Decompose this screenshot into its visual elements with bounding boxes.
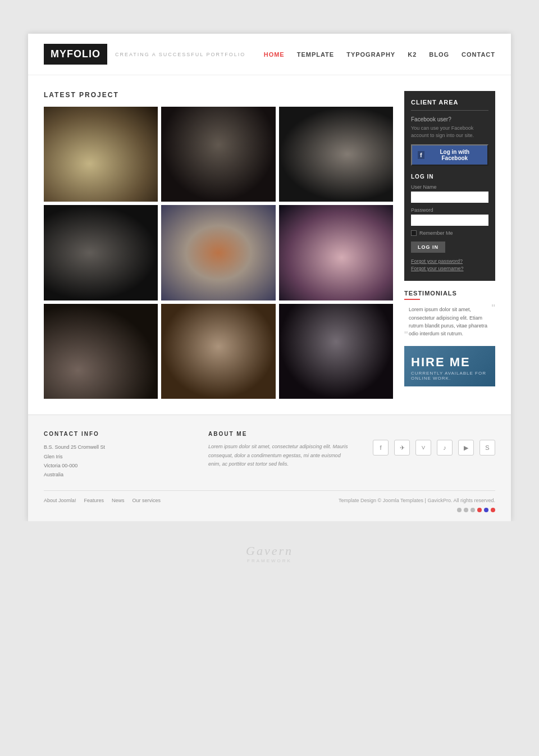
footer-bottom: About Joomla! Features News Our services… — [44, 490, 495, 503]
quote-right: " — [492, 303, 495, 313]
testimonials-divider — [404, 299, 420, 300]
dot-4 — [477, 508, 482, 512]
photo-cell-6[interactable] — [279, 205, 393, 300]
footer-link-about[interactable]: About Joomla! — [44, 498, 76, 503]
gavern-name: Gavern — [0, 544, 539, 558]
footer-link-news[interactable]: News — [112, 498, 125, 503]
footer-about-title: ABOUT ME — [208, 431, 350, 437]
page-wrapper: MYFOLIO CREATING A SUCCESSFUL PORTFOLIO … — [0, 0, 539, 580]
social-vimeo-icon[interactable]: V — [415, 440, 431, 456]
photo-cell-4[interactable] — [44, 205, 158, 300]
remember-checkbox[interactable] — [411, 230, 417, 236]
sidebar: CLIENT AREA Facebook user? You can use y… — [404, 91, 495, 399]
hire-me-banner[interactable]: HIRE ME CURRENTLY AVAILABLE FOR ONLINE W… — [404, 346, 495, 386]
facebook-subtext: You can use your Facebook account to sig… — [411, 125, 488, 139]
nav-item-typography[interactable]: TYPOGRAPHY — [346, 51, 395, 58]
client-area-title: CLIENT AREA — [411, 99, 488, 106]
main-content: LATEST PROJECT — [44, 91, 393, 399]
remember-label: Remember Me — [419, 230, 453, 236]
photo-cell-1[interactable] — [44, 107, 158, 202]
nav-item-contact[interactable]: CONTACT — [462, 51, 495, 58]
testimonials-title: TESTIMONIALS — [404, 290, 495, 297]
social-skype-icon[interactable]: S — [479, 440, 495, 456]
dot-6 — [491, 508, 495, 512]
logo-tagline: CREATING A SUCCESSFUL PORTFOLIO — [115, 52, 245, 57]
footer-address: B.S. Sound 25 Cromwell St Glen Iris Vict… — [44, 443, 186, 479]
login-button[interactable]: LOG IN — [411, 242, 445, 253]
logo-box: MYFOLIO — [44, 44, 107, 65]
client-area: CLIENT AREA Facebook user? You can use y… — [404, 91, 495, 281]
facebook-icon: f — [418, 151, 424, 159]
section-title: LATEST PROJECT — [44, 91, 393, 99]
address-line3: Victoria 00-000 — [44, 461, 186, 470]
nav: HOME TEMPLATE TYPOGRAPHY K2 BLOG CONTACT — [264, 51, 495, 58]
nav-item-blog[interactable]: BLOG — [429, 51, 449, 58]
testimonial-body: Lorem ipsum dolor sit amet, consectetur … — [409, 307, 487, 336]
remember-row: Remember Me — [411, 230, 488, 236]
footer-about-col: ABOUT ME Lorem ipsum dolor sit amet, con… — [208, 431, 350, 479]
header: MYFOLIO CREATING A SUCCESSFUL PORTFOLIO … — [28, 34, 511, 75]
photo-cell-5[interactable] — [161, 205, 275, 300]
password-label: Password — [411, 207, 488, 213]
gavern-footer: Gavern FRAMEWORK — [0, 521, 539, 580]
facebook-user-label: Facebook user? — [411, 116, 488, 122]
footer-dots — [44, 508, 495, 512]
photo-cell-9[interactable] — [279, 304, 393, 399]
hire-me-title: HIRE ME — [411, 355, 488, 370]
nav-item-k2[interactable]: K2 — [408, 51, 417, 58]
footer-social-col: f ✈ V ♪ ▶ S — [373, 431, 495, 479]
quote-left: " — [404, 330, 408, 340]
nav-item-home[interactable]: HOME — [264, 51, 285, 58]
social-twitter-icon[interactable]: ✈ — [394, 440, 410, 456]
forgot-username-link[interactable]: Forgot your username? — [411, 266, 488, 271]
photo-cell-7[interactable] — [44, 304, 158, 399]
address-line1: B.S. Sound 25 Cromwell St — [44, 443, 186, 452]
logo-area: MYFOLIO CREATING A SUCCESSFUL PORTFOLIO — [44, 44, 245, 65]
testimonial-text: " Lorem ipsum dolor sit amet, consectetu… — [404, 306, 495, 338]
social-facebook-icon[interactable]: f — [373, 440, 389, 456]
photo-grid — [44, 107, 393, 399]
dot-5 — [484, 508, 488, 512]
dot-2 — [464, 508, 468, 512]
facebook-button-label: Log in with Facebook — [428, 149, 482, 161]
footer-links: About Joomla! Features News Our services — [44, 498, 161, 503]
photo-cell-8[interactable] — [161, 304, 275, 399]
gavern-subtitle: FRAMEWORK — [0, 558, 539, 563]
footer: CONTACT INFO B.S. Sound 25 Cromwell St G… — [28, 415, 511, 521]
footer-social: f ✈ V ♪ ▶ S — [373, 431, 495, 456]
username-input[interactable] — [411, 192, 488, 203]
content-area: LATEST PROJECT CLIENT AREA — [28, 75, 511, 415]
login-title: LOG IN — [411, 174, 488, 180]
footer-copyright: Template Design © Joomla Templates | Gav… — [339, 498, 495, 503]
password-input[interactable] — [411, 215, 488, 226]
social-music-icon[interactable]: ♪ — [437, 440, 453, 456]
nav-item-template[interactable]: TEMPLATE — [297, 51, 334, 58]
forgot-password-link[interactable]: Forgot your password? — [411, 258, 488, 264]
address-line4: Australia — [44, 470, 186, 479]
footer-contact-title: CONTACT INFO — [44, 431, 186, 437]
testimonials: TESTIMONIALS " Lorem ipsum dolor sit ame… — [404, 290, 495, 386]
social-youtube-icon[interactable]: ▶ — [458, 440, 474, 456]
footer-contact-col: CONTACT INFO B.S. Sound 25 Cromwell St G… — [44, 431, 186, 479]
hire-me-subtitle: CURRENTLY AVAILABLE FOR ONLINE WORK. — [411, 371, 488, 381]
dot-3 — [471, 508, 475, 512]
footer-link-services[interactable]: Our services — [133, 498, 161, 503]
main-container: MYFOLIO CREATING A SUCCESSFUL PORTFOLIO … — [28, 34, 511, 521]
dot-1 — [457, 508, 462, 512]
footer-about-text: Lorem ipsum dolor sit amet, consectetur … — [208, 443, 350, 468]
photo-cell-3[interactable] — [279, 107, 393, 202]
client-area-divider — [411, 110, 488, 111]
footer-columns: CONTACT INFO B.S. Sound 25 Cromwell St G… — [44, 431, 495, 479]
address-line2: Glen Iris — [44, 452, 186, 461]
username-label: User Name — [411, 184, 488, 190]
facebook-login-button[interactable]: f Log in with Facebook — [411, 144, 488, 166]
photo-cell-2[interactable] — [161, 107, 275, 202]
footer-link-features[interactable]: Features — [84, 498, 104, 503]
